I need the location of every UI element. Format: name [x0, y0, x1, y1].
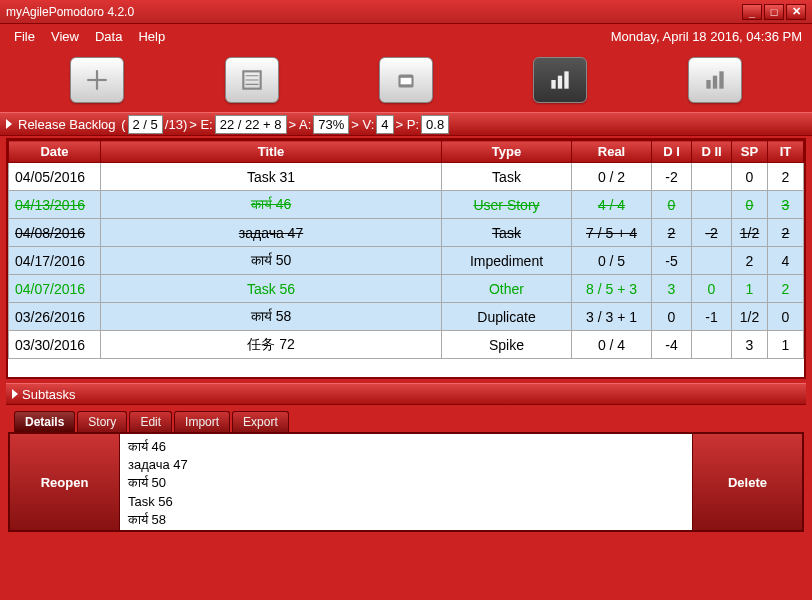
- maximize-button[interactable]: □: [764, 4, 784, 20]
- cell-type[interactable]: Task: [442, 219, 572, 247]
- cell-real[interactable]: 0 / 2: [572, 163, 652, 191]
- table-row[interactable]: 04/13/2016कार्य 46User Story4 / 4003: [9, 191, 804, 219]
- reopen-button[interactable]: Reopen: [10, 434, 120, 530]
- cell-d1[interactable]: 0: [652, 303, 692, 331]
- cell-title[interactable]: Task 56: [101, 275, 442, 303]
- table-row[interactable]: 03/30/2016任务 72Spike0 / 4-431: [9, 331, 804, 359]
- cell-title[interactable]: Task 31: [101, 163, 442, 191]
- cell-d2[interactable]: [692, 163, 732, 191]
- col-d2[interactable]: D II: [692, 141, 732, 163]
- table-row[interactable]: 04/05/2016Task 31Task0 / 2-202: [9, 163, 804, 191]
- table-row[interactable]: 04/07/2016Task 56Other8 / 5 + 33012: [9, 275, 804, 303]
- col-d1[interactable]: D I: [652, 141, 692, 163]
- expand-icon[interactable]: [6, 119, 12, 129]
- cell-d1[interactable]: -4: [652, 331, 692, 359]
- cell-d1[interactable]: -2: [652, 163, 692, 191]
- cell-real[interactable]: 0 / 5: [572, 247, 652, 275]
- col-date[interactable]: Date: [9, 141, 101, 163]
- cell-d2[interactable]: -1: [692, 303, 732, 331]
- list-item[interactable]: कार्य 58: [128, 511, 684, 529]
- minimize-button[interactable]: _: [742, 4, 762, 20]
- cell-sp[interactable]: 2: [732, 247, 768, 275]
- menu-help[interactable]: Help: [130, 27, 173, 46]
- cell-it[interactable]: 2: [768, 219, 804, 247]
- cell-it[interactable]: 2: [768, 275, 804, 303]
- cell-title[interactable]: कार्य 50: [101, 247, 442, 275]
- list-item[interactable]: कार्य 46: [128, 438, 684, 456]
- cell-type[interactable]: User Story: [442, 191, 572, 219]
- cell-real[interactable]: 8 / 5 + 3: [572, 275, 652, 303]
- cell-d2[interactable]: [692, 191, 732, 219]
- cell-title[interactable]: 任务 72: [101, 331, 442, 359]
- list-item[interactable]: задача 47: [128, 456, 684, 474]
- menu-view[interactable]: View: [43, 27, 87, 46]
- col-type[interactable]: Type: [442, 141, 572, 163]
- cell-d1[interactable]: 0: [652, 191, 692, 219]
- col-it[interactable]: IT: [768, 141, 804, 163]
- subtasks-header[interactable]: Subtasks: [6, 383, 806, 405]
- cell-date[interactable]: 04/17/2016: [9, 247, 101, 275]
- col-title[interactable]: Title: [101, 141, 442, 163]
- cell-d2[interactable]: [692, 247, 732, 275]
- cell-it[interactable]: 4: [768, 247, 804, 275]
- cell-it[interactable]: 3: [768, 191, 804, 219]
- col-real[interactable]: Real: [572, 141, 652, 163]
- cell-d2[interactable]: 0: [692, 275, 732, 303]
- list-button[interactable]: [225, 57, 279, 103]
- cell-real[interactable]: 4 / 4: [572, 191, 652, 219]
- cell-title[interactable]: задача 47: [101, 219, 442, 247]
- cell-sp[interactable]: 1/2: [732, 303, 768, 331]
- table-row[interactable]: 04/08/2016задача 47Task7 / 5 + 42-21/22: [9, 219, 804, 247]
- cell-d2[interactable]: -2: [692, 219, 732, 247]
- cell-real[interactable]: 7 / 5 + 4: [572, 219, 652, 247]
- cell-date[interactable]: 04/13/2016: [9, 191, 101, 219]
- cell-type[interactable]: Duplicate: [442, 303, 572, 331]
- cell-real[interactable]: 3 / 3 + 1: [572, 303, 652, 331]
- cell-d1[interactable]: 2: [652, 219, 692, 247]
- tab-details[interactable]: Details: [14, 411, 75, 432]
- cell-d2[interactable]: [692, 331, 732, 359]
- cell-sp[interactable]: 0: [732, 191, 768, 219]
- cell-sp[interactable]: 1: [732, 275, 768, 303]
- tab-story[interactable]: Story: [77, 411, 127, 432]
- cell-type[interactable]: Other: [442, 275, 572, 303]
- cell-sp[interactable]: 0: [732, 163, 768, 191]
- cell-it[interactable]: 0: [768, 303, 804, 331]
- tab-import[interactable]: Import: [174, 411, 230, 432]
- add-button[interactable]: [70, 57, 124, 103]
- cell-type[interactable]: Spike: [442, 331, 572, 359]
- cell-sp[interactable]: 1/2: [732, 219, 768, 247]
- list-item[interactable]: Task 56: [128, 493, 684, 511]
- cell-date[interactable]: 04/05/2016: [9, 163, 101, 191]
- timer-button[interactable]: [379, 57, 433, 103]
- cell-date[interactable]: 04/07/2016: [9, 275, 101, 303]
- delete-button[interactable]: Delete: [692, 434, 802, 530]
- close-button[interactable]: ✕: [786, 4, 806, 20]
- cell-it[interactable]: 1: [768, 331, 804, 359]
- cell-it[interactable]: 2: [768, 163, 804, 191]
- a-value: 73%: [313, 115, 349, 134]
- cell-d1[interactable]: -5: [652, 247, 692, 275]
- cell-type[interactable]: Impediment: [442, 247, 572, 275]
- report-button[interactable]: [688, 57, 742, 103]
- cell-date[interactable]: 04/08/2016: [9, 219, 101, 247]
- col-sp[interactable]: SP: [732, 141, 768, 163]
- tab-export[interactable]: Export: [232, 411, 289, 432]
- cell-sp[interactable]: 3: [732, 331, 768, 359]
- cell-real[interactable]: 0 / 4: [572, 331, 652, 359]
- menu-file[interactable]: File: [6, 27, 43, 46]
- cell-title[interactable]: कार्य 46: [101, 191, 442, 219]
- cell-date[interactable]: 03/30/2016: [9, 331, 101, 359]
- cell-type[interactable]: Task: [442, 163, 572, 191]
- cell-title[interactable]: कार्य 58: [101, 303, 442, 331]
- chart-button[interactable]: [533, 57, 587, 103]
- cell-date[interactable]: 03/26/2016: [9, 303, 101, 331]
- list-item[interactable]: कार्य 50: [128, 474, 684, 492]
- menu-data[interactable]: Data: [87, 27, 130, 46]
- cell-d1[interactable]: 3: [652, 275, 692, 303]
- selection-list[interactable]: कार्य 46задача 47कार्य 50Task 56कार्य 58: [120, 434, 692, 530]
- table-row[interactable]: 03/26/2016कार्य 58Duplicate3 / 3 + 10-11…: [9, 303, 804, 331]
- table-row[interactable]: 04/17/2016कार्य 50Impediment0 / 5-524: [9, 247, 804, 275]
- task-table[interactable]: Date Title Type Real D I D II SP IT 04/0…: [8, 140, 804, 359]
- tab-edit[interactable]: Edit: [129, 411, 172, 432]
